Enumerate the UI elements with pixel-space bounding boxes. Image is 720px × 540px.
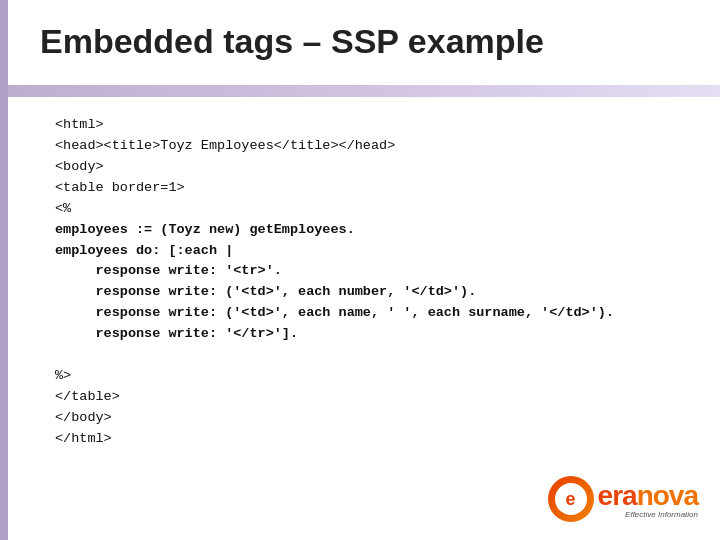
logo-circle-inner: e (555, 483, 587, 515)
logo-circle: e (548, 476, 594, 522)
code-line-1: <html> (55, 115, 680, 136)
code-line-8: response write: '<tr>'. (55, 261, 680, 282)
code-line-13: %> (55, 366, 680, 387)
logo-text-wrapper: era nova Effective Information (598, 480, 698, 519)
code-line-12 (55, 345, 680, 366)
title-area: Embedded tags – SSP example (40, 22, 700, 61)
logo-tagline-text: Effective Information (625, 510, 698, 519)
left-accent-bar (0, 0, 8, 540)
logo-nova-text: nova (637, 480, 698, 512)
top-accent-bar (8, 85, 720, 97)
logo-e-letter: e (566, 489, 576, 510)
code-block: <html> <head><title>Toyz Employees</titl… (55, 115, 680, 450)
code-line-16: </html> (55, 429, 680, 450)
slide-title: Embedded tags – SSP example (40, 22, 544, 60)
code-line-3: <body> (55, 157, 680, 178)
code-line-15: </body> (55, 408, 680, 429)
code-line-5: <% (55, 199, 680, 220)
code-line-6: employees := (Toyz new) getEmployees. (55, 220, 680, 241)
code-line-7: employees do: [:each | (55, 241, 680, 262)
slide: Embedded tags – SSP example <html> <head… (0, 0, 720, 540)
logo-area: e era nova Effective Information (548, 476, 698, 522)
code-line-4: <table border=1> (55, 178, 680, 199)
code-line-11: response write: '</tr>']. (55, 324, 680, 345)
code-line-9: response write: ('<td>', each number, '<… (55, 282, 680, 303)
logo-era-text: era (598, 480, 637, 512)
code-line-10: response write: ('<td>', each name, ' ',… (55, 303, 680, 324)
logo-name-row: era nova (598, 480, 698, 512)
code-line-2: <head><title>Toyz Employees</title></hea… (55, 136, 680, 157)
code-line-14: </table> (55, 387, 680, 408)
